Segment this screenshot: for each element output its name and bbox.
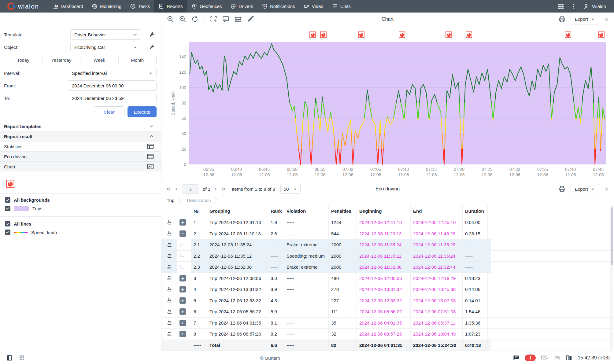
- statistics-table-icon[interactable]: [147, 144, 154, 149]
- speedometer-violation-icon[interactable]: [358, 31, 364, 38]
- last-page-icon[interactable]: [221, 186, 226, 192]
- close-icon[interactable]: [604, 17, 609, 22]
- nav-item-units[interactable]: Units: [328, 0, 355, 13]
- cell-beginning[interactable]: 2024-12-06 04:01:35: [359, 320, 402, 325]
- route-icon[interactable]: [167, 309, 172, 314]
- route-icon[interactable]: [167, 331, 172, 337]
- header-cell-beginning[interactable]: Beginning: [357, 205, 411, 217]
- speedometer-violation-icon[interactable]: [399, 31, 405, 38]
- first-page-icon[interactable]: [166, 186, 171, 192]
- speedometer-violation-icon[interactable]: [598, 31, 605, 38]
- cell-beginning[interactable]: 2024-12-06 11:32:38: [359, 264, 401, 270]
- cell-end[interactable]: 2024-12-06 11:35:24: [413, 253, 455, 259]
- print-icon[interactable]: [558, 185, 566, 193]
- execute-button[interactable]: Execute: [128, 106, 157, 117]
- nav-item-monitoring[interactable]: Monitoring: [87, 0, 126, 13]
- checkbox-checked[interactable]: [5, 221, 10, 226]
- sidebar-section-report-templates[interactable]: Report templates: [0, 121, 161, 131]
- header-cell-violation[interactable]: Violation: [284, 205, 329, 217]
- nav-item-reports[interactable]: Reports: [154, 0, 187, 13]
- zoom-out-icon[interactable]: [179, 15, 187, 23]
- checkbox-checked[interactable]: [5, 206, 10, 211]
- route-icon[interactable]: [167, 231, 172, 236]
- cell-end[interactable]: 2024-12-06 05:37:11: [413, 320, 455, 325]
- nav-item-geofences[interactable]: Geofences: [187, 0, 226, 13]
- speedometer-violation-icon[interactable]: [466, 31, 472, 38]
- expand-row-button[interactable]: +: [179, 308, 186, 315]
- cell-end[interactable]: 2024-12-06 12:45:10: [413, 220, 456, 225]
- from-date-input[interactable]: 2024 December 06 00:00: [68, 80, 157, 91]
- cell-beginning[interactable]: 2024-12-06 12:53:32: [359, 298, 402, 303]
- expand-row-button[interactable]: +: [179, 286, 186, 292]
- legend-item-speed-km-h[interactable]: Speed, km/h: [5, 230, 57, 235]
- page-number-input[interactable]: 1: [182, 184, 199, 194]
- quick-range-month[interactable]: Month: [119, 55, 157, 65]
- cell-end[interactable]: 2024-12-06 13:07:33: [413, 298, 456, 303]
- user-menu[interactable]: Wialon: [583, 3, 606, 9]
- speedometer-violation-icon[interactable]: [446, 31, 452, 38]
- cell-beginning[interactable]: 2024-12-06 08:57:26: [359, 331, 402, 336]
- cell-beginning[interactable]: 2024-12-06 13:31:32: [359, 287, 402, 292]
- template-settings-wrench-icon[interactable]: [149, 31, 155, 38]
- nav-item-dashboard[interactable]: Dashboard: [48, 0, 87, 13]
- collapse-row-button[interactable]: −: [179, 230, 186, 237]
- route-icon[interactable]: [167, 220, 172, 225]
- route-icon[interactable]: [167, 242, 172, 248]
- table-scrollbar-thumb[interactable]: [611, 207, 613, 265]
- checkbox-checked[interactable]: [5, 230, 10, 235]
- clear-button[interactable]: Clear: [94, 106, 124, 117]
- speedometer-violation-icon[interactable]: [309, 31, 316, 38]
- expand-row-button[interactable]: +: [179, 331, 186, 337]
- eco-driving-table-icon[interactable]: [147, 154, 154, 159]
- tab-trip[interactable]: Trip: [161, 198, 177, 203]
- speed-chart[interactable]: 020406080100120140Speed, km/h06:3512-060…: [161, 26, 614, 183]
- speedometer-violation-icon[interactable]: [565, 31, 571, 38]
- route-icon[interactable]: [167, 264, 172, 270]
- cell-end[interactable]: 2024-12-06 12:18:29: [413, 276, 456, 281]
- sidebar-section-chart[interactable]: Chart: [0, 161, 161, 171]
- header-cell-num[interactable]: №: [191, 205, 207, 217]
- next-page-icon[interactable]: [214, 186, 217, 192]
- cell-beginning[interactable]: 2024-12-06 12:41:10: [359, 220, 402, 225]
- comment-icon[interactable]: [222, 15, 230, 23]
- route-icon[interactable]: [167, 298, 172, 303]
- sidebar-section-report-result[interactable]: Report result: [0, 131, 161, 141]
- header-cell-duration[interactable]: Duration: [463, 205, 488, 217]
- notification-count-badge[interactable]: 1: [525, 355, 536, 361]
- panel-toggle-icon[interactable]: [6, 355, 13, 361]
- cell-end[interactable]: 2024-12-06 07:51:08: [413, 309, 456, 314]
- interval-select[interactable]: Specified interval: [68, 68, 157, 78]
- object-settings-wrench-icon[interactable]: [149, 44, 155, 50]
- pencil-icon[interactable]: [246, 15, 254, 23]
- checkbox-checked[interactable]: [5, 197, 10, 203]
- chart-export-button[interactable]: Export: [571, 14, 599, 24]
- close-icon[interactable]: [604, 186, 609, 192]
- cell-end[interactable]: 2024-12-06 11:32:44: [413, 264, 455, 270]
- eco-export-button[interactable]: Export: [571, 184, 599, 194]
- chart-table-icon[interactable]: [147, 164, 154, 169]
- route-icon[interactable]: [167, 320, 172, 325]
- mail-forward-icon[interactable]: [541, 355, 549, 361]
- cell-end[interactable]: 2024-12-06 13:45:38: [413, 287, 456, 292]
- object-select[interactable]: EcoDriving Car: [70, 42, 141, 52]
- expand-row-button[interactable]: +: [179, 219, 186, 226]
- cell-beginning[interactable]: 2024-12-06 05:56:22: [359, 309, 402, 314]
- cell-end[interactable]: 2024-12-06 10:04:49: [413, 331, 456, 336]
- columns-layout-icon[interactable]: [566, 355, 572, 361]
- legend-group-all-backgrounds[interactable]: All backgrounds: [5, 197, 50, 203]
- cell-beginning[interactable]: 2024-12-06 11:35:12: [359, 253, 401, 259]
- kebab-menu-icon[interactable]: [571, 4, 576, 9]
- expand-row-button[interactable]: +: [179, 320, 186, 326]
- nav-item-notifications[interactable]: Notifications: [257, 0, 299, 13]
- sidebar-section-statistics[interactable]: Statistics: [0, 141, 161, 151]
- prev-page-icon[interactable]: [175, 186, 178, 192]
- quick-range-week[interactable]: Week: [80, 55, 119, 65]
- select-area-icon[interactable]: [210, 15, 217, 23]
- route-icon[interactable]: [167, 275, 172, 281]
- nav-item-drivers[interactable]: Drivers: [226, 0, 257, 13]
- wialon-logo[interactable]: wialon: [0, 0, 48, 13]
- image-icon[interactable]: [554, 355, 560, 361]
- to-date-input[interactable]: 2024 December 06 23:59: [68, 93, 157, 103]
- apps-grid-small-icon[interactable]: [19, 355, 25, 361]
- quick-range-today[interactable]: Today: [4, 55, 43, 65]
